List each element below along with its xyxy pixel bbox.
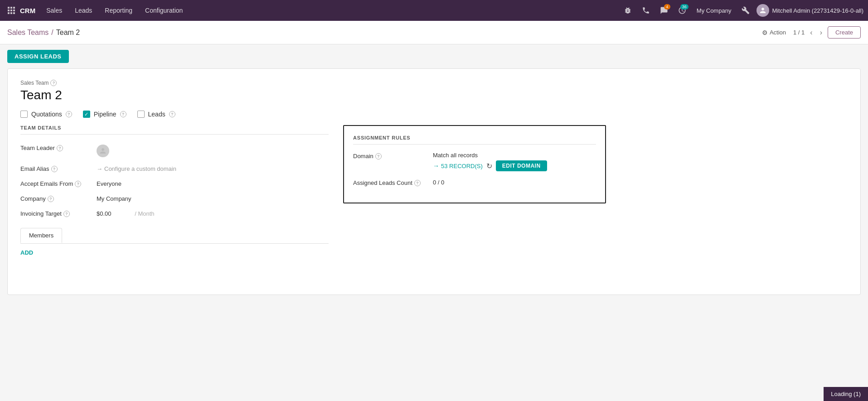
pipeline-label: Pipeline [94, 111, 116, 118]
action-button[interactable]: ⚙ Action [758, 27, 790, 38]
pipeline-checkbox-item: Pipeline ? [83, 111, 126, 118]
svg-rect-4 [10, 10, 12, 11]
pagination-text: 1 / 1 [793, 29, 805, 36]
svg-rect-1 [10, 7, 12, 9]
domain-field: Domain ? Match all records → 53 RECORD(S… [353, 152, 596, 171]
sales-team-label: Sales Team ? [20, 80, 848, 86]
user-menu[interactable]: Mitchell Admin (22731429-16-0-all) [756, 4, 863, 17]
email-alias-help-icon[interactable]: ? [51, 166, 58, 172]
assign-leads-button[interactable]: ASSIGN LEADS [7, 50, 69, 63]
leads-label: Leads [148, 111, 165, 118]
records-link[interactable]: → 53 RECORD(S) [433, 162, 483, 169]
nav-sales[interactable]: Sales [41, 4, 68, 17]
bug-icon[interactable] [621, 3, 635, 18]
team-leader-help-icon[interactable]: ? [57, 145, 63, 151]
assigned-leads-count: 0 / 0 [433, 179, 444, 186]
leads-help-icon[interactable]: ? [169, 111, 175, 117]
grid-icon[interactable] [5, 4, 18, 17]
company-value: My Company [97, 193, 329, 202]
breadcrumb-parent[interactable]: Sales Teams [7, 29, 48, 37]
email-alias-value: →Configure a custom domain [97, 163, 329, 172]
add-member-link[interactable]: ADD [20, 244, 329, 258]
breadcrumb-separator: / [51, 29, 53, 37]
pipeline-help-icon[interactable]: ? [120, 111, 126, 117]
leads-checkbox[interactable] [137, 111, 145, 118]
action-label: Action [770, 29, 786, 36]
domain-value: Match all records → 53 RECORD(S) ↻ EDIT … [433, 152, 596, 171]
assignment-rules-section: ASSIGNMENT RULES Domain ? Match all reco… [343, 125, 606, 258]
chat-icon[interactable]: 4 [657, 3, 671, 18]
team-leader-row: Team Leader ? [20, 142, 329, 157]
quotations-checkbox[interactable] [20, 111, 28, 118]
breadcrumb: Sales Teams / Team 2 [7, 29, 80, 37]
assignment-rules-title: ASSIGNMENT RULES [353, 135, 596, 145]
svg-rect-2 [13, 7, 15, 9]
company-name: My Company [693, 7, 735, 14]
pagination: 1 / 1 [793, 29, 805, 36]
assigned-leads-field: Assigned Leads Count ? 0 / 0 [353, 179, 596, 186]
team-details-title: TEAM DETAILS [20, 125, 329, 135]
domain-help-icon[interactable]: ? [375, 153, 382, 159]
breadcrumb-current: Team 2 [56, 29, 80, 37]
top-navigation: CRM Sales Leads Reporting Configuration … [0, 0, 868, 21]
checkboxes-row: Quotations ? Pipeline ? Leads ? [20, 111, 848, 118]
accept-emails-value: Everyone [97, 178, 329, 187]
next-page-button[interactable]: › [818, 28, 824, 38]
svg-rect-7 [10, 12, 12, 14]
svg-rect-5 [13, 10, 15, 11]
sales-team-help-icon[interactable]: ? [50, 80, 57, 86]
nav-reporting[interactable]: Reporting [99, 4, 138, 17]
user-name: Mitchell Admin (22731429-16-0-all) [772, 7, 863, 14]
svg-rect-0 [8, 7, 10, 9]
svg-rect-8 [13, 12, 15, 14]
team-leader-value [97, 142, 329, 157]
quotations-help-icon[interactable]: ? [66, 111, 72, 117]
clock-badge: 36 [680, 4, 689, 10]
assigned-leads-help-icon[interactable]: ? [414, 180, 421, 186]
clock-icon[interactable]: 36 [675, 3, 689, 18]
gear-icon: ⚙ [762, 29, 768, 36]
tab-members[interactable]: Members [20, 228, 62, 243]
chat-badge: 4 [664, 4, 670, 10]
phone-icon[interactable] [639, 3, 653, 18]
nav-leads[interactable]: Leads [69, 4, 97, 17]
content-area: Sales Team ? Team 2 Quotations ? Pipelin… [0, 68, 868, 302]
invoicing-help-icon[interactable]: ? [63, 211, 70, 217]
accept-emails-help-icon[interactable]: ? [75, 181, 81, 187]
svg-rect-3 [8, 10, 10, 11]
assignment-rules-box: ASSIGNMENT RULES Domain ? Match all reco… [343, 125, 606, 203]
email-alias-row: Email Alias ? →Configure a custom domain [20, 163, 329, 172]
company-help-icon[interactable]: ? [48, 196, 54, 202]
refresh-icon[interactable]: ↻ [486, 162, 492, 170]
main-toolbar: ASSIGN LEADS [0, 44, 868, 68]
svg-rect-6 [8, 12, 10, 14]
pipeline-checkbox[interactable] [83, 111, 90, 118]
edit-domain-button[interactable]: EDIT DOMAIN [496, 160, 547, 171]
app-name: CRM [20, 7, 35, 14]
invoicing-target-row: Invoicing Target ? $0.00 / Month [20, 208, 329, 217]
accept-emails-row: Accept Emails From ? Everyone [20, 178, 329, 187]
quotations-label: Quotations [31, 111, 62, 118]
team-leader-avatar [97, 145, 109, 157]
leads-checkbox-item: Leads ? [137, 111, 175, 118]
invoicing-target-value: $0.00 / Month [97, 208, 329, 217]
user-avatar [756, 4, 769, 17]
team-name: Team 2 [20, 88, 848, 102]
arrow-right-icon: → [433, 162, 439, 169]
action-bar: Sales Teams / Team 2 ⚙ Action 1 / 1 ‹ › … [0, 21, 868, 44]
company-row: Company ? My Company [20, 193, 329, 202]
tabs-row: Members [20, 228, 329, 244]
team-details-section: TEAM DETAILS Team Leader ? Email Alias [20, 125, 329, 258]
wrench-icon[interactable] [738, 3, 753, 18]
form-card: Sales Team ? Team 2 Quotations ? Pipelin… [7, 68, 861, 295]
nav-configuration[interactable]: Configuration [140, 4, 188, 17]
quotations-checkbox-item: Quotations ? [20, 111, 72, 118]
prev-page-button[interactable]: ‹ [808, 28, 814, 38]
create-button[interactable]: Create [828, 26, 861, 39]
